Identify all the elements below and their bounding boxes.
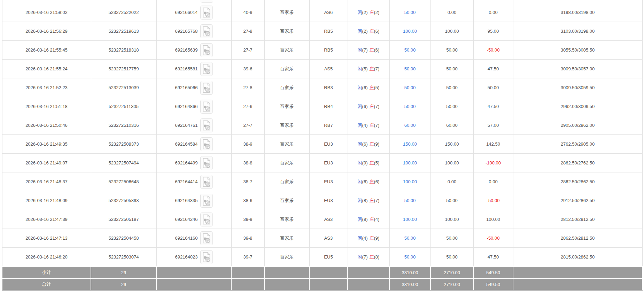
table-code: AS3 bbox=[324, 236, 333, 241]
table-code-cell: AS5 bbox=[309, 60, 348, 78]
order-number: 523272519613 bbox=[109, 29, 139, 34]
bet-amount-link[interactable]: 100.00 bbox=[403, 217, 417, 222]
bet-amount-link[interactable]: 100.00 bbox=[403, 29, 417, 34]
table-row: 2026-03-16 21:50:46 523272510316 6921647… bbox=[2, 116, 642, 135]
video-replay-icon[interactable] bbox=[200, 231, 213, 245]
video-replay-icon[interactable] bbox=[200, 100, 213, 114]
table-code-cell: AS6 bbox=[309, 3, 348, 22]
video-replay-icon[interactable] bbox=[200, 24, 213, 38]
table-code: RB4 bbox=[324, 104, 333, 109]
banker-label: 庄 bbox=[370, 85, 374, 90]
video-replay-icon[interactable] bbox=[200, 43, 213, 57]
balance-cell: 3055.50/3005.50 bbox=[513, 41, 642, 60]
winloss-cell: 57.00 bbox=[473, 116, 513, 135]
game-number-cell: 692164584 bbox=[156, 135, 231, 154]
winloss-cell: -100.00 bbox=[473, 154, 513, 172]
bet-time-cell: 2026-03-16 21:51:18 bbox=[2, 97, 91, 116]
game-type: 百家乐 bbox=[280, 141, 294, 147]
player-points: (5) bbox=[362, 66, 368, 71]
order-number: 523272510316 bbox=[109, 123, 139, 128]
valid-amount: 0.00 bbox=[448, 10, 456, 15]
table-row: 2026-03-16 21:47:39 523272505187 6921642… bbox=[2, 210, 642, 229]
player-label: 闲 bbox=[358, 123, 362, 128]
valid-amount: 50.00 bbox=[446, 47, 458, 53]
valid-amount: 100.00 bbox=[445, 160, 459, 165]
bet-amount-link[interactable]: 50.00 bbox=[404, 236, 416, 241]
video-replay-icon[interactable] bbox=[200, 81, 213, 95]
bet-amount-link[interactable]: 50.00 bbox=[404, 85, 416, 90]
bet-amount-link[interactable]: 150.00 bbox=[403, 141, 417, 147]
video-replay-icon[interactable] bbox=[200, 137, 213, 151]
bet-amount-cell: 50.00 bbox=[389, 60, 430, 78]
table-code: EU3 bbox=[324, 198, 333, 203]
bet-amount-link[interactable]: 100.00 bbox=[403, 160, 417, 165]
video-replay-icon[interactable] bbox=[200, 6, 213, 20]
video-replay-icon[interactable] bbox=[200, 250, 213, 264]
game-type-cell: 百家乐 bbox=[264, 41, 309, 60]
bet-time: 2026-03-16 21:55:24 bbox=[25, 66, 68, 71]
bet-amount-cell: 50.00 bbox=[389, 3, 430, 22]
player-points: (7) bbox=[362, 254, 368, 260]
subtotal-count: 29 bbox=[91, 267, 156, 278]
table-code-cell: EU3 bbox=[309, 135, 348, 154]
table-code-cell: EU3 bbox=[309, 172, 348, 191]
game-number-cell: 692164499 bbox=[156, 154, 231, 172]
table-code: RB5 bbox=[324, 29, 333, 34]
valid-amount: 0.00 bbox=[448, 179, 456, 184]
bet-time: 2026-03-16 21:55:45 bbox=[25, 47, 68, 53]
game-type-cell: 百家乐 bbox=[264, 60, 309, 78]
bet-amount-link[interactable]: 50.00 bbox=[404, 10, 416, 15]
bet-time: 2026-03-16 21:47:13 bbox=[25, 236, 68, 241]
video-replay-icon[interactable] bbox=[200, 118, 213, 132]
video-replay-icon[interactable] bbox=[200, 62, 213, 76]
game-type-cell: 百家乐 bbox=[264, 78, 309, 97]
bet-time: 2026-03-16 21:50:46 bbox=[25, 123, 68, 128]
game-number: 692164246 bbox=[175, 217, 197, 222]
video-replay-icon[interactable] bbox=[200, 175, 213, 189]
result-cell: 闲(7)庄(6) bbox=[348, 41, 389, 60]
table-code-cell: AS3 bbox=[309, 229, 348, 248]
game-type-cell: 百家乐 bbox=[264, 191, 309, 210]
round-cell: 39-9 bbox=[231, 210, 264, 229]
player-points: (8) bbox=[362, 217, 368, 222]
game-type-cell: 百家乐 bbox=[264, 154, 309, 172]
video-replay-icon[interactable] bbox=[201, 0, 213, 3]
table-code: AS5 bbox=[324, 66, 333, 71]
bet-amount-link[interactable]: 50.00 bbox=[404, 47, 416, 53]
bet-time-cell: 2026-03-16 21:50:46 bbox=[2, 116, 91, 135]
winloss-cell: -50.00 bbox=[473, 41, 513, 60]
balance-after: 2762.50/2905.00 bbox=[561, 141, 595, 147]
balance-cell: 3009.50/3059.50 bbox=[513, 78, 642, 97]
shoe-round: 40-9 bbox=[243, 10, 252, 15]
game-number-cell: 692164246 bbox=[156, 210, 231, 229]
table-row: 2026-03-16 21:56:29 523272519613 6921657… bbox=[2, 22, 642, 41]
game-number: 692165639 bbox=[175, 47, 197, 53]
banker-points: (7) bbox=[374, 198, 380, 203]
video-replay-icon[interactable] bbox=[200, 213, 213, 226]
player-label: 闲 bbox=[358, 47, 362, 53]
order-number-cell: 523272507494 bbox=[91, 154, 156, 172]
shoe-round: 27-7 bbox=[243, 123, 252, 128]
balance-after: 3009.50/3059.50 bbox=[561, 85, 595, 90]
game-type: 百家乐 bbox=[280, 104, 294, 109]
bet-amount-link[interactable]: 50.00 bbox=[404, 254, 416, 260]
bet-amount-link[interactable]: 50.00 bbox=[404, 104, 416, 109]
winloss-amount: -50.00 bbox=[487, 47, 500, 53]
bet-amount-link[interactable]: 50.00 bbox=[404, 66, 416, 71]
valid-amount-cell: 50.00 bbox=[430, 60, 473, 78]
video-replay-icon[interactable] bbox=[200, 156, 213, 170]
valid-amount-cell: 100.00 bbox=[430, 22, 473, 41]
bet-amount-link[interactable]: 60.00 bbox=[404, 123, 416, 128]
table-code-cell: EU5 bbox=[309, 248, 348, 267]
valid-amount: 100.00 bbox=[445, 217, 459, 222]
winloss-cell: 50.00 bbox=[473, 78, 513, 97]
bet-time: 2026-03-16 21:49:07 bbox=[25, 160, 68, 165]
video-replay-icon[interactable] bbox=[200, 194, 213, 208]
bet-amount-link[interactable]: 100.00 bbox=[403, 179, 417, 184]
winloss-amount: -100.00 bbox=[486, 160, 501, 165]
winloss-cell: -50.00 bbox=[473, 191, 513, 210]
order-number-cell: 523272503074 bbox=[91, 248, 156, 267]
valid-amount: 50.00 bbox=[446, 85, 458, 90]
bet-amount-link[interactable]: 50.00 bbox=[404, 198, 416, 203]
table-code-cell: RB4 bbox=[309, 97, 348, 116]
